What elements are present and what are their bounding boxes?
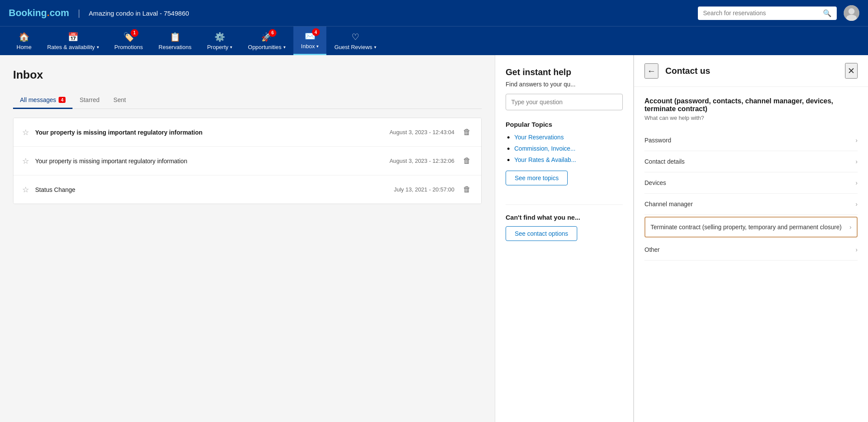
- tab-all-messages[interactable]: All messages 4: [13, 92, 72, 109]
- contact-panel: ← Contact us ✕ Account (password, contac…: [634, 55, 868, 422]
- contact-section-title: Account (password, contacts, channel man…: [644, 97, 858, 113]
- rates-icon: 📅: [68, 32, 79, 42]
- see-contact-options-button[interactable]: See contact options: [506, 226, 577, 241]
- tab-sent[interactable]: Sent: [106, 92, 133, 109]
- message-date: August 3, 2023 - 12:43:04: [389, 129, 454, 135]
- nav-item-opportunities[interactable]: 🚀 6 Opportunities ▾: [240, 26, 293, 55]
- star-icon[interactable]: ☆: [22, 185, 29, 195]
- popular-topics-title: Popular Topics: [506, 121, 623, 128]
- nav-item-inbox[interactable]: ✉️ 4 Inbox ▾: [293, 26, 327, 55]
- nav-item-reservations[interactable]: 📋 Reservations: [151, 26, 199, 55]
- promotions-badge: 1: [131, 29, 138, 37]
- opportunities-icon: 🚀 6: [261, 32, 272, 42]
- help-title: Get instant help: [506, 67, 623, 77]
- inbox-badge: 4: [312, 28, 320, 36]
- message-list: ☆ Your property is missing important reg…: [13, 118, 482, 204]
- list-item: Commission, Invoice...: [514, 145, 623, 152]
- header-divider: |: [78, 8, 80, 18]
- contact-header: ← Contact us ✕: [634, 55, 868, 87]
- nav-item-home[interactable]: 🏠 Home: [9, 26, 39, 55]
- search-icon: 🔍: [823, 9, 832, 17]
- delete-icon[interactable]: 🗑: [461, 126, 473, 138]
- inbox-chevron: ▾: [316, 44, 319, 49]
- table-row[interactable]: ☆ Status Change July 13, 2021 - 20:57:00…: [13, 175, 481, 204]
- list-item: Your Reservations: [514, 133, 623, 141]
- close-button[interactable]: ✕: [845, 63, 858, 79]
- reservations-icon: 📋: [170, 32, 181, 42]
- contact-option-channel-manager[interactable]: Channel manager ›: [644, 194, 858, 215]
- property-chevron: ▾: [230, 45, 232, 49]
- contact-option-label: Channel manager: [644, 201, 855, 208]
- contact-option-other[interactable]: Other ›: [644, 239, 858, 260]
- cant-find-title: Can't find what you ne...: [506, 214, 623, 221]
- rates-chevron: ▾: [97, 45, 99, 49]
- promotions-icon: 🏷️ 1: [123, 32, 134, 42]
- help-subtitle: Find answers to your qu...: [506, 81, 623, 88]
- contact-option-contact-details[interactable]: Contact details ›: [644, 151, 858, 172]
- nav-label-reservations: Reservations: [158, 44, 191, 50]
- contact-option-terminate-contract[interactable]: Terminate contract (selling property, te…: [644, 217, 858, 237]
- home-icon: 🏠: [19, 32, 30, 42]
- contact-body: Account (password, contacts, channel man…: [634, 87, 868, 271]
- contact-panel-title: Contact us: [665, 66, 838, 76]
- nav-item-promotions[interactable]: 🏷️ 1 Promotions: [107, 26, 151, 55]
- chevron-right-icon: ›: [855, 158, 858, 165]
- topic-link-rates[interactable]: Your Rates & Availab...: [514, 156, 576, 163]
- contact-option-label: Other: [644, 246, 855, 253]
- message-subject: Your property is missing important regul…: [35, 129, 389, 136]
- user-avatar[interactable]: [844, 5, 859, 21]
- opportunities-chevron: ▾: [283, 45, 286, 49]
- chevron-right-icon: ›: [855, 201, 858, 208]
- nav-item-guest-reviews[interactable]: ♡ Guest Reviews ▾: [326, 26, 384, 55]
- help-search-input[interactable]: [506, 94, 623, 110]
- chevron-right-icon: ›: [849, 224, 852, 231]
- nav-label-opportunities: Opportunities ▾: [248, 44, 285, 50]
- nav-item-property[interactable]: ⚙️ Property ▾: [199, 26, 240, 55]
- guest-reviews-icon: ♡: [352, 32, 359, 42]
- nav-label-home: Home: [16, 44, 32, 50]
- nav-label-inbox: Inbox ▾: [301, 43, 319, 49]
- contact-option-password[interactable]: Password ›: [644, 130, 858, 151]
- contact-help-text: What can we help with?: [644, 115, 858, 121]
- table-row[interactable]: ☆ Your property is missing important reg…: [13, 118, 481, 147]
- nav-item-rates[interactable]: 📅 Rates & availability ▾: [39, 26, 107, 55]
- topic-link-reservations[interactable]: Your Reservations: [514, 134, 564, 141]
- back-button[interactable]: ←: [644, 63, 658, 79]
- page-title: Inbox: [13, 68, 482, 82]
- star-icon[interactable]: ☆: [22, 156, 29, 166]
- contact-option-devices[interactable]: Devices ›: [644, 172, 858, 194]
- inbox-content-area: Inbox All messages 4 Starred Sent ☆ Your…: [0, 55, 495, 422]
- list-item: Your Rates & Availab...: [514, 156, 623, 164]
- nav-label-property: Property ▾: [207, 44, 232, 50]
- message-subject: Status Change: [35, 186, 394, 193]
- contact-option-label: Devices: [644, 179, 855, 186]
- svg-point-1: [848, 8, 855, 14]
- search-bar[interactable]: 🔍: [698, 7, 837, 20]
- inbox-tabs: All messages 4 Starred Sent: [13, 92, 482, 109]
- property-name: Amazing condo in Laval - 7549860: [89, 10, 189, 17]
- message-subject: Your property is missing important regul…: [35, 158, 389, 165]
- opportunities-badge: 6: [269, 29, 276, 37]
- delete-icon[interactable]: 🗑: [461, 155, 473, 167]
- search-input[interactable]: [703, 10, 819, 16]
- all-messages-badge: 4: [59, 97, 66, 103]
- chevron-right-icon: ›: [855, 179, 858, 186]
- guest-reviews-chevron: ▾: [374, 45, 376, 49]
- chevron-right-icon: ›: [855, 246, 858, 253]
- main-layout: Inbox All messages 4 Starred Sent ☆ Your…: [0, 55, 868, 422]
- see-more-topics-button[interactable]: See more topics: [506, 171, 568, 185]
- message-date: August 3, 2023 - 12:32:06: [389, 158, 454, 164]
- delete-icon[interactable]: 🗑: [461, 183, 473, 196]
- nav-bar: 🏠 Home 📅 Rates & availability ▾ 🏷️ 1 Pro…: [0, 26, 868, 55]
- table-row[interactable]: ☆ Your property is missing important reg…: [13, 147, 481, 175]
- tab-starred[interactable]: Starred: [72, 92, 106, 109]
- topic-link-commission[interactable]: Commission, Invoice...: [514, 145, 575, 152]
- contact-option-label: Contact details: [644, 158, 855, 165]
- star-icon[interactable]: ☆: [22, 128, 29, 137]
- property-icon: ⚙️: [214, 32, 225, 42]
- chevron-right-icon: ›: [855, 137, 858, 144]
- help-divider: [506, 204, 623, 205]
- topic-list: Your Reservations Commission, Invoice...…: [506, 133, 623, 164]
- nav-label-guest-reviews: Guest Reviews ▾: [334, 44, 376, 50]
- nav-label-rates: Rates & availability ▾: [47, 44, 99, 50]
